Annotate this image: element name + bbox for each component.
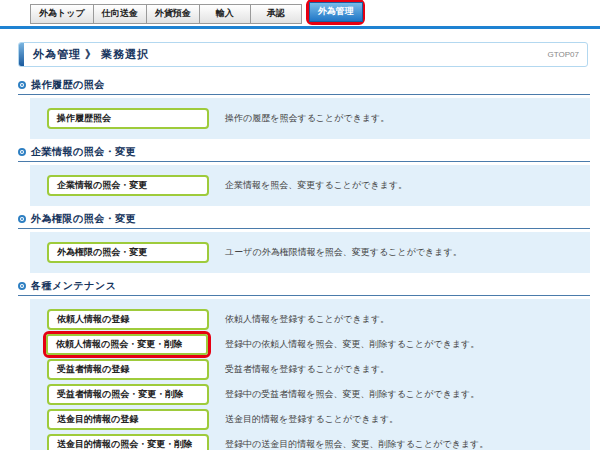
- menu-button-slot: 操作履歴照会: [47, 108, 225, 129]
- section-panel: 操作履歴照会操作の履歴を照会することができます。: [30, 98, 590, 139]
- menu-row: 依頼人情報の照会・変更・削除登録中の依頼人情報を照会、変更、削除することができま…: [30, 332, 590, 357]
- menu-description: 操作の履歴を照会することができます。: [225, 113, 389, 124]
- nav-underline: [0, 26, 600, 29]
- main: 操作履歴の照会操作履歴照会操作の履歴を照会することができます。企業情報の照会・変…: [0, 78, 600, 450]
- nav-tabs: 外為トップ仕向送金外貨預金輸入承認外為管理: [0, 0, 600, 26]
- menu-button-slot: 送金目的情報の登録: [47, 409, 225, 430]
- nav-tab-3[interactable]: 外貨預金: [146, 4, 200, 24]
- section-bullet-icon: [18, 148, 26, 156]
- menu-description: 送金目的情報を登録することができます。: [225, 414, 398, 425]
- section-title: 各種メンテナンス: [31, 281, 116, 291]
- section-panel: 外為権限の照会・変更ユーザの外為権限情報を照会、変更することができます。: [30, 232, 590, 273]
- section-heading: 各種メンテナンス: [18, 279, 590, 296]
- menu-button[interactable]: 受益者情報の登録: [47, 359, 209, 380]
- section-bullet-icon: [18, 282, 26, 290]
- section-heading: 外為権限の照会・変更: [18, 212, 590, 229]
- menu-row: 送金目的情報の照会・変更・削除登録中の送金目的情報を照会、変更、削除することがで…: [30, 432, 590, 450]
- active-tab-highlight: 外為管理: [306, 0, 365, 25]
- menu-button-slot: 企業情報の照会・変更: [47, 175, 225, 196]
- section-title: 企業情報の照会・変更: [31, 147, 136, 157]
- menu-row: 外為権限の照会・変更ユーザの外為権限情報を照会、変更することができます。: [30, 240, 590, 265]
- menu-row: 送金目的情報の登録送金目的情報を登録することができます。: [30, 407, 590, 432]
- page: 外為トップ仕向送金外貨預金輸入承認外為管理 外為管理 》 業務選択 GTOP07…: [0, 0, 600, 450]
- menu-button[interactable]: 依頼人情報の登録: [47, 309, 209, 330]
- menu-button-slot: 依頼人情報の登録: [47, 309, 225, 330]
- menu-button[interactable]: 依頼人情報の照会・変更・削除: [46, 334, 208, 355]
- nav-tab-1[interactable]: 外為トップ: [30, 4, 94, 24]
- menu-button[interactable]: 送金目的情報の照会・変更・削除: [47, 434, 209, 450]
- menu-button[interactable]: 送金目的情報の登録: [47, 409, 209, 430]
- menu-row: 操作履歴照会操作の履歴を照会することができます。: [30, 106, 590, 131]
- nav-tab-4[interactable]: 輸入: [199, 4, 251, 24]
- menu-row: 依頼人情報の登録依頼人情報を登録することができます。: [30, 307, 590, 332]
- section-heading: 操作履歴の照会: [18, 78, 590, 95]
- menu-button-slot: 受益者情報の照会・変更・削除: [47, 384, 225, 405]
- menu-button-slot: 外為権限の照会・変更: [47, 242, 225, 263]
- menu-description: 受益者情報を登録することができます。: [225, 364, 389, 375]
- menu-description: 登録中の送金目的情報を照会、変更、削除することができます。: [225, 439, 488, 450]
- menu-row: 受益者情報の照会・変更・削除登録中の受益者情報を照会、変更、削除することができま…: [30, 382, 590, 407]
- menu-button-slot: 依頼人情報の照会・変更・削除: [47, 331, 225, 358]
- title-accent-bar: [19, 43, 24, 66]
- nav-tab-5[interactable]: 承認: [250, 4, 302, 24]
- section-bullet-icon: [18, 81, 26, 89]
- page-title: 外為管理 》 業務選択: [33, 47, 149, 62]
- menu-description: 企業情報を照会、変更することができます。: [225, 180, 407, 191]
- nav-tab-6[interactable]: 外為管理: [309, 2, 363, 22]
- section-panel: 依頼人情報の登録依頼人情報を登録することができます。依頼人情報の照会・変更・削除…: [30, 299, 590, 450]
- nav-tab-2[interactable]: 仕向送金: [93, 4, 147, 24]
- menu-row: 受益者情報の登録受益者情報を登録することができます。: [30, 357, 590, 382]
- menu-button[interactable]: 企業情報の照会・変更: [47, 175, 209, 196]
- menu-button[interactable]: 操作履歴照会: [47, 108, 209, 129]
- section-title: 外為権限の照会・変更: [31, 214, 136, 224]
- menu-description: 登録中の依頼人情報を照会、変更、削除することができます。: [225, 339, 479, 350]
- breadcrumb-bar: 外為管理 》 業務選択 GTOP07: [18, 42, 588, 67]
- menu-button[interactable]: 外為権限の照会・変更: [47, 242, 209, 263]
- menu-description: 登録中の受益者情報を照会、変更、削除することができます。: [225, 389, 479, 400]
- menu-button-slot: 受益者情報の登録: [47, 359, 225, 380]
- section-title: 操作履歴の照会: [31, 80, 105, 90]
- section-heading: 企業情報の照会・変更: [18, 145, 590, 162]
- section-panel: 企業情報の照会・変更企業情報を照会、変更することができます。: [30, 165, 590, 206]
- menu-description: ユーザの外為権限情報を照会、変更することができます。: [225, 247, 462, 258]
- menu-description: 依頼人情報を登録することができます。: [225, 314, 389, 325]
- menu-button[interactable]: 受益者情報の照会・変更・削除: [47, 384, 209, 405]
- screen-code: GTOP07: [548, 50, 579, 59]
- highlighted-button-box: 依頼人情報の照会・変更・削除: [43, 331, 211, 358]
- menu-row: 企業情報の照会・変更企業情報を照会、変更することができます。: [30, 173, 590, 198]
- menu-button-slot: 送金目的情報の照会・変更・削除: [47, 434, 225, 450]
- section-bullet-icon: [18, 215, 26, 223]
